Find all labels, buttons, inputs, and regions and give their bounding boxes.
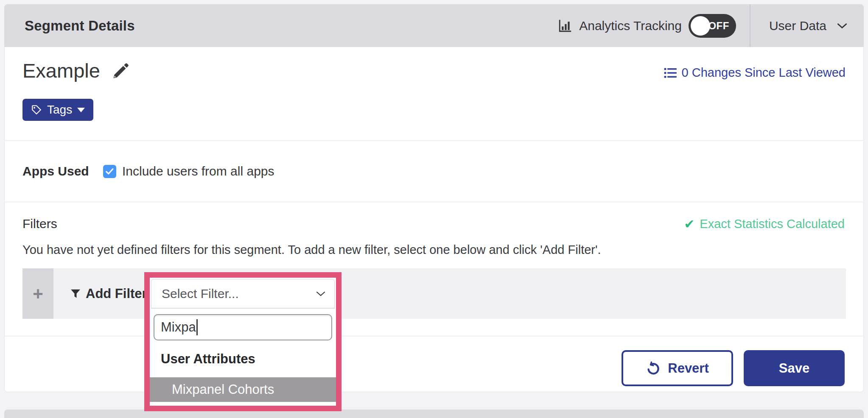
dropdown-option-label: Mixpanel Cohorts xyxy=(172,382,274,397)
check-icon: ✔ xyxy=(684,217,694,231)
top-bar: Segment Details Analytics Tracking OFF xyxy=(4,4,864,47)
apps-used-section: Apps Used Include users from all apps xyxy=(5,141,863,202)
revert-button[interactable]: Revert xyxy=(622,350,733,386)
tags-button[interactable]: Tags xyxy=(22,99,93,121)
exact-statistics-status: ✔ Exact Statistics Calculated xyxy=(684,217,845,231)
funnel-icon xyxy=(70,289,81,299)
analytics-tracking-toggle[interactable]: OFF xyxy=(689,14,736,38)
filter-dropdown-panel: Mixpa User Attributes Mixpanel Cohorts xyxy=(150,314,336,402)
revert-button-label: Revert xyxy=(668,361,709,376)
filter-select-value: Select Filter... xyxy=(162,287,239,301)
annotation-highlight-box: Select Filter... Mixpa User Attributes M… xyxy=(144,272,342,411)
list-icon xyxy=(664,67,677,78)
add-filter-plus-button[interactable]: + xyxy=(22,268,53,319)
user-data-menu[interactable]: User Data xyxy=(750,4,864,47)
segment-details-card: Example Tags xyxy=(4,47,864,392)
save-button-label: Save xyxy=(779,361,809,376)
chevron-down-icon xyxy=(837,22,848,30)
top-bar-right: Analytics Tracking OFF User Data xyxy=(558,4,864,47)
include-all-apps-label: Include users from all apps xyxy=(122,164,274,178)
add-filter-button[interactable]: Add Filter xyxy=(70,286,147,301)
analytics-tracking-label: Analytics Tracking xyxy=(579,19,682,33)
plus-icon: + xyxy=(33,284,43,304)
filters-section: Filters ✔ Exact Statistics Calculated Yo… xyxy=(5,202,863,336)
include-all-apps-checkbox[interactable] xyxy=(103,165,116,178)
segment-name: Example xyxy=(22,59,100,82)
save-button[interactable]: Save xyxy=(744,350,845,386)
bottom-bar xyxy=(4,410,864,418)
caret-down-icon xyxy=(77,108,85,112)
filter-select[interactable]: Select Filter... xyxy=(151,279,335,309)
text-cursor xyxy=(196,319,198,335)
bar-chart-icon xyxy=(558,19,572,33)
apps-used-label: Apps Used xyxy=(22,164,103,178)
analytics-tracking-control: Analytics Tracking OFF xyxy=(558,14,750,38)
pencil-icon[interactable] xyxy=(112,62,130,80)
toggle-knob xyxy=(691,16,710,36)
changes-since-last-viewed-link[interactable]: 0 Changes Since Last Viewed xyxy=(664,66,846,80)
chevron-down-icon xyxy=(316,290,326,297)
actions-section: Revert Save xyxy=(5,336,863,392)
toggle-state-label: OFF xyxy=(708,20,729,32)
filter-search-value: Mixpa xyxy=(161,320,196,335)
undo-icon xyxy=(646,361,660,376)
tags-button-label: Tags xyxy=(47,103,72,117)
filters-heading: Filters xyxy=(22,217,57,231)
dropdown-group-header: User Attributes xyxy=(161,351,336,367)
add-filter-label: Add Filter xyxy=(86,286,147,301)
tag-icon xyxy=(31,104,42,115)
page: Segment Details Analytics Tracking OFF xyxy=(0,0,868,418)
title-section: Example Tags xyxy=(5,47,863,141)
filters-empty-text: You have not yet defined filters for thi… xyxy=(22,243,601,257)
exact-statistics-label: Exact Statistics Calculated xyxy=(700,217,845,231)
dropdown-option-mixpanel-cohorts[interactable]: Mixpanel Cohorts xyxy=(150,377,336,402)
changes-link-label: 0 Changes Since Last Viewed xyxy=(682,66,846,80)
user-data-label: User Data xyxy=(769,19,826,33)
page-title: Segment Details xyxy=(25,18,135,34)
filter-search-input[interactable]: Mixpa xyxy=(154,314,332,340)
